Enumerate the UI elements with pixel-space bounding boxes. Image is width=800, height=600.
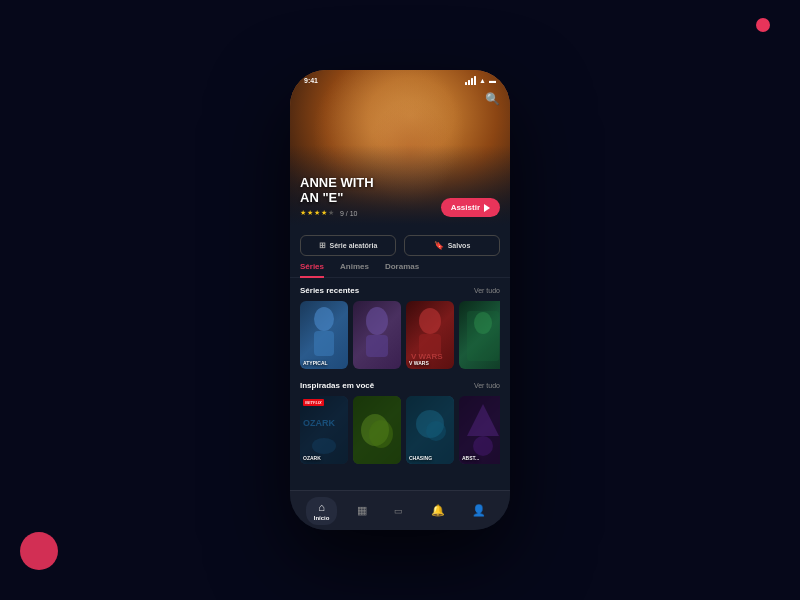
inspired-header: Inspiradas em você Ver tudo [300, 381, 500, 390]
card-chasing-label: CHASING [409, 455, 451, 461]
play-icon [484, 204, 490, 212]
tab-doramas[interactable]: Doramas [385, 262, 419, 278]
recent-series-see-all[interactable]: Ver tudo [474, 287, 500, 294]
tab-series[interactable]: Séries [300, 262, 324, 278]
shuffle-button[interactable]: ⊞ Série aleatória [300, 235, 396, 256]
svg-point-14 [369, 420, 393, 448]
home-icon: ⌂ [318, 501, 325, 513]
svg-rect-1 [314, 331, 334, 356]
content-tabs: Séries Animes Doramas [290, 262, 510, 278]
card-atypical[interactable]: ATYPICAL [300, 301, 348, 369]
main-content: Séries recentes Ver tudo ATYPICAL [290, 278, 510, 468]
card-show2-img [353, 301, 401, 369]
card-show2[interactable] [353, 301, 401, 369]
bookmark-icon: 🔖 [434, 241, 444, 250]
wifi-icon: ▲ [479, 77, 486, 84]
card-show4-img [459, 301, 500, 369]
card-atypical-img [300, 301, 348, 369]
bottom-nav: ⌂ Início ▦ ▭ 🔔 👤 [290, 490, 510, 530]
nav-grid[interactable]: ▦ [349, 500, 375, 521]
card-chasing-img [406, 396, 454, 464]
bell-icon: 🔔 [431, 504, 445, 517]
saved-button[interactable]: 🔖 Salvos [404, 235, 500, 256]
profile-icon: 👤 [472, 504, 486, 517]
card-show4[interactable] [459, 301, 500, 369]
grid-icon: ▦ [357, 504, 367, 517]
card-vwars-img: V WARS [406, 301, 454, 369]
inspired-cards: OZARK NETFLIX OZARK [300, 396, 500, 464]
card-abst-label: Abst... [462, 455, 500, 461]
shuffle-label: Série aleatória [330, 242, 378, 249]
inspired-title: Inspiradas em você [300, 381, 374, 390]
hero-section: 🔍 ANNE WITHAN "E" ★ ★ ★ ★ ★ 9 / 10 Assis… [290, 70, 510, 225]
svg-point-17 [426, 421, 446, 441]
nav-profile[interactable]: 👤 [464, 500, 494, 521]
recent-series-title: Séries recentes [300, 286, 359, 295]
watch-button-label: Assistir [451, 203, 480, 212]
signal-icon [465, 76, 476, 85]
star-4: ★ [321, 209, 327, 217]
svg-text:OZARK: OZARK [303, 418, 335, 428]
card-ozark-img: OZARK [300, 396, 348, 464]
phone-frame: 9:41 ▲ ▬ 🔍 ANNE WITHAN "E" ★ ★ ★ ★ [290, 70, 510, 530]
nav-home[interactable]: ⌂ Início [306, 497, 338, 525]
card-chasing[interactable]: CHASING [406, 396, 454, 464]
card-ozark[interactable]: OZARK NETFLIX OZARK [300, 396, 348, 464]
svg-point-8 [474, 312, 492, 334]
nav-home-label: Início [314, 515, 330, 521]
shuffle-icon: ⊞ [319, 241, 326, 250]
inspired-section: Inspiradas em você Ver tudo OZARK NETFLI… [290, 373, 510, 468]
card-salty-img [353, 396, 401, 464]
card-atypical-label: ATYPICAL [303, 360, 345, 366]
tv-icon: ▭ [394, 506, 403, 516]
card-vwars[interactable]: V WARS V WARS [406, 301, 454, 369]
status-time: 9:41 [304, 77, 318, 84]
card-ozark-label: OZARK [303, 455, 345, 461]
bg-dot-top-right [756, 18, 770, 32]
watch-button[interactable]: Assistir [441, 198, 500, 217]
nav-tv[interactable]: ▭ [386, 502, 411, 520]
recent-series-section: Séries recentes Ver tudo ATYPICAL [290, 278, 510, 373]
svg-point-20 [473, 436, 493, 456]
bg-dot-bottom-left [20, 532, 58, 570]
svg-rect-3 [366, 335, 388, 357]
star-rating: ★ ★ ★ ★ ★ [300, 209, 334, 217]
tab-animes[interactable]: Animes [340, 262, 369, 278]
status-icons: ▲ ▬ [465, 76, 496, 85]
card-abst[interactable]: Abst... [459, 396, 500, 464]
status-bar: 9:41 ▲ ▬ [290, 70, 510, 88]
star-5: ★ [328, 209, 334, 217]
card-abst-img [459, 396, 500, 464]
star-3: ★ [314, 209, 320, 217]
card-vwars-label: V WARS [409, 360, 451, 366]
inspired-see-all[interactable]: Ver tudo [474, 382, 500, 389]
svg-point-2 [366, 307, 388, 335]
action-row: ⊞ Série aleatória 🔖 Salvos [290, 225, 510, 262]
star-2: ★ [307, 209, 313, 217]
rating-text: 9 / 10 [340, 210, 358, 217]
saved-label: Salvos [448, 242, 471, 249]
svg-point-4 [419, 308, 441, 334]
nav-bell[interactable]: 🔔 [423, 500, 453, 521]
star-1: ★ [300, 209, 306, 217]
recent-series-header: Séries recentes Ver tudo [300, 286, 500, 295]
card-salty[interactable] [353, 396, 401, 464]
battery-icon: ▬ [489, 77, 496, 84]
svg-point-11 [312, 438, 336, 454]
svg-point-0 [314, 307, 334, 331]
search-icon[interactable]: 🔍 [485, 92, 500, 106]
netflix-badge: NETFLIX [303, 399, 324, 406]
recent-series-cards: ATYPICAL V WARS [300, 301, 500, 369]
